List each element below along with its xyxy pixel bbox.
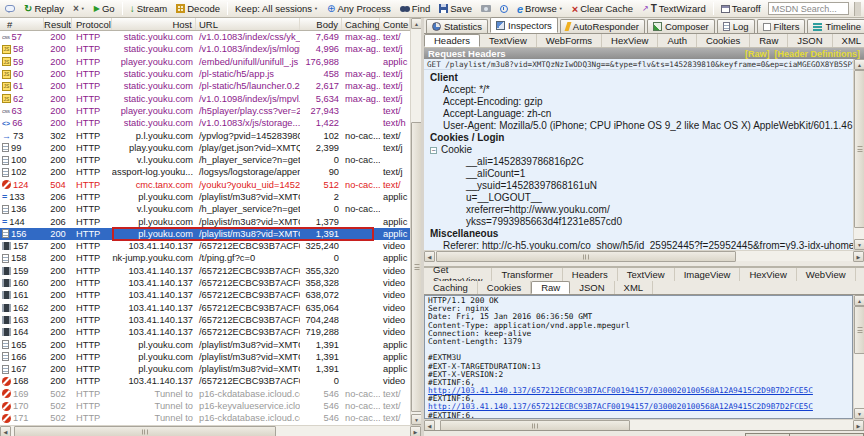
screenshot-button[interactable] bbox=[479, 4, 493, 13]
header-definitions-link[interactable]: [Header Definitions] bbox=[774, 49, 860, 59]
response-tab-auth[interactable]: Auth bbox=[856, 268, 864, 281]
session-row[interactable]: 100200HTTPv.l.youku.com/h_player_service… bbox=[0, 154, 410, 166]
scroll-thumb[interactable] bbox=[436, 251, 736, 262]
raw-link[interactable]: [Raw] bbox=[745, 49, 770, 59]
remove-sessions-button[interactable]: ×▼ bbox=[71, 2, 87, 15]
response-vscrollbar[interactable]: ▲ ▼ bbox=[853, 295, 864, 419]
find-button[interactable]: Find bbox=[398, 2, 432, 15]
scroll-thumb[interactable] bbox=[854, 70, 864, 228]
session-row[interactable]: 62200HTTPstatic.youku.com/v1.0.1098/inde… bbox=[0, 92, 410, 104]
any-process-button[interactable]: ⊕Any Process bbox=[325, 2, 393, 15]
stream-button[interactable]: ↓Stream bbox=[128, 2, 170, 15]
session-row[interactable]: 163200HTTP103.41.140.137/657212ECBC93B7A… bbox=[0, 314, 410, 326]
request-tab-raw[interactable]: Raw bbox=[750, 34, 788, 47]
tab-autoresponder[interactable]: AutoResponder bbox=[560, 19, 645, 33]
session-row[interactable]: 170502HTTPTunnel top16-keyvalueservice.i… bbox=[0, 400, 410, 412]
session-row[interactable]: 165200HTTPpl.youku.com/playlist/m3u8?vid… bbox=[0, 338, 410, 350]
scroll-down-button[interactable]: ▼ bbox=[854, 408, 864, 419]
tab-log[interactable]: Log bbox=[717, 19, 755, 33]
response-tab-headers[interactable]: Headers bbox=[563, 268, 618, 281]
request-hscrollbar[interactable]: ◀ ▶ bbox=[424, 250, 864, 261]
save-button[interactable]: Save bbox=[437, 2, 474, 15]
comment-button[interactable] bbox=[3, 4, 17, 13]
session-list-vscrollbar[interactable]: ▲ ▼ bbox=[410, 18, 421, 425]
request-tab-xml[interactable]: XML bbox=[833, 34, 864, 47]
session-row[interactable]: 99200HTTPplay.youku.com/play/get.json?vi… bbox=[0, 142, 410, 154]
session-row[interactable]: 156200HTTPpl.youku.com/playlist/m3u8?vid… bbox=[0, 228, 410, 240]
tab-inspectors[interactable]: Inspectors bbox=[490, 17, 558, 33]
column-header-result[interactable]: Result bbox=[44, 18, 72, 30]
session-row[interactable]: 57200HTTPstatic.youku.com/v1.0.1083/inde… bbox=[0, 31, 410, 43]
session-row[interactable]: 63200HTTPplayer.youku.com/h5player/play.… bbox=[0, 105, 410, 117]
session-row[interactable]: 169502HTTPTunnel top16-ckdatabase.icloud… bbox=[0, 388, 410, 400]
session-row[interactable]: 171502HTTPTunnel top16-ckdatabase.icloud… bbox=[0, 412, 410, 424]
session-row[interactable]: 160200HTTP103.41.140.137/657212ECBC93B7A… bbox=[0, 277, 410, 289]
scroll-right-button[interactable]: ▶ bbox=[410, 426, 421, 436]
response-tab-webview[interactable]: WebView bbox=[797, 268, 856, 281]
session-list-hscrollbar[interactable]: ◀ ▶ bbox=[0, 425, 421, 436]
segment-url-link[interactable]: http://103.41.140.137/657212ECBC93B7ACF0… bbox=[428, 402, 813, 411]
response-tab-xml[interactable]: XML bbox=[615, 281, 654, 294]
response-tab-json[interactable]: JSON bbox=[570, 281, 614, 294]
column-header-#[interactable]: # bbox=[0, 18, 44, 30]
response-tab-transformer[interactable]: Transformer bbox=[492, 268, 562, 281]
msdn-search-input[interactable]: MSDN Search... bbox=[768, 2, 850, 15]
scroll-right-button[interactable]: ▶ bbox=[853, 251, 864, 262]
session-row[interactable]: 136200HTTPv.l.youku.com/h_player_service… bbox=[0, 203, 410, 215]
column-header-host[interactable]: Host bbox=[112, 18, 196, 30]
session-row[interactable]: 164200HTTP103.41.140.137/657212ECBC93B7A… bbox=[0, 326, 410, 338]
response-tab-imageview[interactable]: ImageView bbox=[675, 268, 741, 281]
tab-statistics[interactable]: Statistics bbox=[426, 19, 488, 33]
browse-button[interactable]: eBrowse▼ bbox=[515, 2, 565, 16]
timer-button[interactable] bbox=[498, 4, 510, 14]
decode-button[interactable]: Decode bbox=[174, 2, 222, 15]
column-header-body[interactable]: Body bbox=[300, 18, 342, 30]
column-header-url[interactable]: URL bbox=[196, 18, 300, 30]
scroll-left-button[interactable]: ◀ bbox=[424, 251, 435, 262]
request-tab-hexview[interactable]: HexView bbox=[602, 34, 658, 47]
request-tab-textview[interactable]: TextView bbox=[480, 34, 537, 47]
scroll-up-button[interactable]: ▲ bbox=[854, 295, 864, 306]
session-row[interactable]: 66200HTTPstatic.youku.com/v1.0.1083/x/js… bbox=[0, 117, 410, 129]
session-row[interactable]: 124504HTTPcmc.tanx.com/youku?youku_uid=1… bbox=[0, 179, 410, 191]
response-tab-raw[interactable]: Raw bbox=[531, 281, 570, 294]
session-row[interactable]: 61200HTTPstatic.youku.com/pl-static/h5/l… bbox=[0, 80, 410, 92]
tab-filters[interactable]: Filters bbox=[757, 19, 806, 33]
request-tab-cookies[interactable]: Cookies bbox=[697, 34, 750, 47]
session-row[interactable]: 102200HTTPpassport-log.youku.../logsys/l… bbox=[0, 166, 410, 178]
segment-url-link[interactable]: http://103.41.140.137/657212ECBC93B7ACF0… bbox=[428, 386, 813, 395]
scroll-down-button[interactable]: ▼ bbox=[854, 239, 864, 250]
request-tab-json[interactable]: JSON bbox=[788, 34, 832, 47]
response-tab-hexview[interactable]: HexView bbox=[740, 268, 796, 281]
scroll-up-button[interactable]: ▲ bbox=[854, 59, 864, 70]
session-row[interactable]: 144206HTTPpl.youku.com/playlist/m3u8?vid… bbox=[0, 215, 410, 227]
session-row[interactable]: 166200HTTPpl.youku.com/playlist/m3u8?vid… bbox=[0, 351, 410, 363]
collapse-expander-icon[interactable]: − bbox=[430, 147, 437, 154]
request-tab-headers[interactable]: Headers bbox=[424, 34, 480, 47]
go-button[interactable]: ▶Go bbox=[92, 2, 117, 15]
session-row[interactable]: 158200HTTPlink-jump.youku.com/t/ping.gf?… bbox=[0, 252, 410, 264]
response-tab-get-syntaxview[interactable]: Get SyntaxView bbox=[424, 268, 492, 281]
keep-sessions-dropdown[interactable]: Keep: All sessions▼ bbox=[233, 2, 320, 15]
session-row[interactable]: 162200HTTP103.41.140.137/657212ECBC93B7A… bbox=[0, 302, 410, 314]
column-header-conte[interactable]: Conte bbox=[380, 18, 410, 30]
session-row[interactable]: 59200HTTPplayer.youku.com/embed/unifull/… bbox=[0, 56, 410, 68]
tab-timeline[interactable]: Timeline bbox=[807, 19, 864, 33]
session-row[interactable]: 60200HTTPstatic.youku.com/pl-static/h5/a… bbox=[0, 68, 410, 80]
response-tab-cookies[interactable]: Cookies bbox=[478, 281, 531, 294]
session-row[interactable]: 133206HTTPpl.youku.com/playlist/m3u8?vid… bbox=[0, 191, 410, 203]
response-tab-textview[interactable]: TextView bbox=[618, 268, 675, 281]
clear-cache-button[interactable]: ×Clear Cache bbox=[570, 2, 635, 16]
session-row[interactable]: 167200HTTPpl.youku.com/playlist/m3u8?vid… bbox=[0, 363, 410, 375]
scroll-left-button[interactable]: ◀ bbox=[0, 426, 11, 436]
session-row[interactable]: 73302HTTPp.l.youku.com/ypvlog?pvid=14528… bbox=[0, 129, 410, 141]
textwizard-button[interactable]: ↗TTextWizard bbox=[640, 2, 708, 15]
tearoff-button[interactable]: Tearoff bbox=[719, 2, 763, 15]
scroll-thumb[interactable] bbox=[854, 306, 864, 354]
toolbar-overflow-handle[interactable] bbox=[854, 2, 861, 16]
session-row[interactable]: 168200HTTP103.41.140.137/657212ECBC93B7A… bbox=[0, 375, 410, 387]
response-hscrollbar[interactable]: ◀ ▶ bbox=[424, 419, 864, 430]
tab-composer[interactable]: Composer bbox=[647, 19, 715, 33]
column-header-caching[interactable]: Caching bbox=[342, 18, 380, 30]
request-vscrollbar[interactable]: ▲ ▼ bbox=[853, 59, 864, 250]
